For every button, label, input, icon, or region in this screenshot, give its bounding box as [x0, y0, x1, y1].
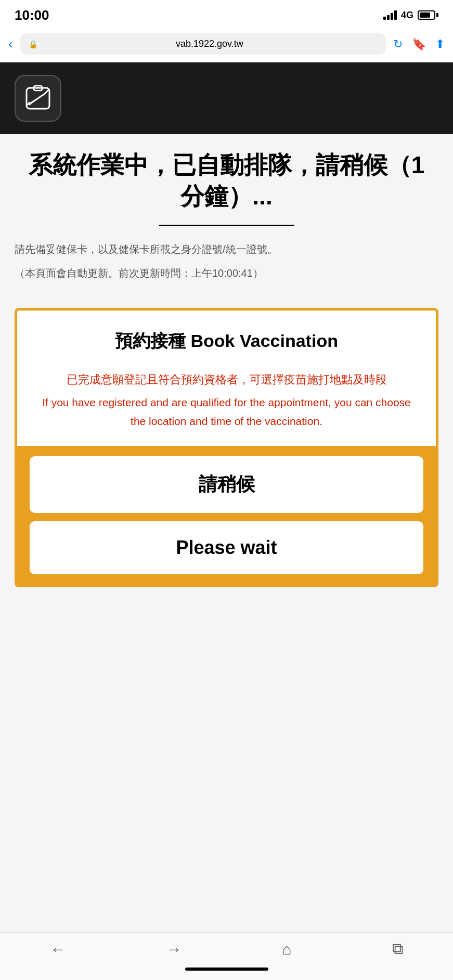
share-button[interactable]: ⬆: [435, 37, 445, 51]
vaccination-card: 預約接種 Book Vaccination 已完成意願登記且符合預約資格者，可選…: [15, 308, 438, 588]
bookmark-button[interactable]: 🔖: [412, 37, 426, 51]
wait-section: 請稍候 Please wait: [17, 446, 436, 585]
battery-icon: [418, 10, 438, 20]
signal-icon: [383, 10, 397, 20]
nav-home-button[interactable]: ⌂: [282, 940, 291, 958]
url-bar[interactable]: 🔒 vab.1922.gov.tw: [20, 33, 386, 55]
nav-forward-button[interactable]: →: [166, 940, 182, 958]
home-indicator: [0, 962, 453, 980]
card-title: 預約接種 Book Vaccination: [38, 329, 415, 353]
wait-button-zh: 請稍候: [30, 456, 423, 513]
svg-line-4: [44, 90, 48, 94]
reload-button[interactable]: ↻: [393, 37, 403, 51]
header-banner: [0, 62, 453, 134]
url-text: vab.1922.gov.tw: [42, 38, 378, 49]
nav-back-button[interactable]: ←: [50, 940, 66, 958]
card-info-zh: 已完成意願登記且符合預約資格者，可選擇疫苗施打地點及時段: [38, 370, 415, 389]
lock-icon: 🔒: [29, 40, 37, 48]
main-content: 系統作業中，已自動排隊，請稍候（1 分鐘）... 請先備妥健保卡，以及健保卡所載…: [0, 134, 453, 932]
status-time: 10:00: [15, 7, 49, 23]
browser-actions: ↻ 🔖 ⬆: [393, 37, 445, 51]
nav-tabs-button[interactable]: ⧉: [392, 940, 403, 958]
status-icons: 4G: [383, 10, 438, 21]
status-bar: 10:00 4G: [0, 0, 453, 28]
browser-bar: ‹ 🔒 vab.1922.gov.tw ↻ 🔖 ⬆: [0, 28, 453, 62]
title-divider: [159, 225, 294, 226]
network-type: 4G: [401, 10, 413, 21]
card-body: 預約接種 Book Vaccination 已完成意願登記且符合預約資格者，可選…: [17, 311, 436, 446]
subtitle-text: 請先備妥健保卡，以及健保卡所載之身分證號/統一證號。: [15, 240, 438, 258]
update-text: （本頁面會自動更新。前次更新時間：上午10:00:41）: [15, 264, 438, 282]
bottom-nav: ← → ⌂ ⧉: [0, 932, 453, 962]
card-info-en: If you have registered and are qualified…: [38, 393, 415, 430]
wait-button-en: Please wait: [30, 521, 423, 574]
main-title: 系統作業中，已自動排隊，請稍候（1 分鐘）...: [15, 150, 438, 212]
svg-line-2: [32, 94, 44, 102]
app-icon: [15, 75, 61, 122]
browser-back-button[interactable]: ‹: [8, 36, 13, 52]
home-bar: [185, 968, 268, 971]
